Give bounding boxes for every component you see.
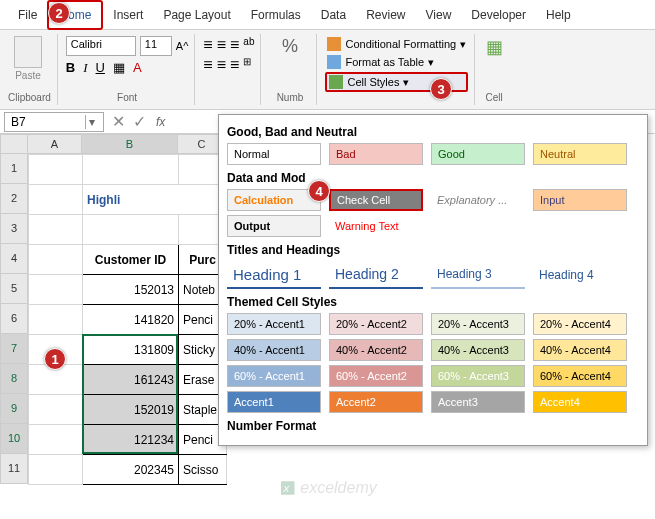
style-accent4[interactable]: Accent4 bbox=[533, 391, 627, 413]
style-bad[interactable]: Bad bbox=[329, 143, 423, 165]
gallery-section-title: Themed Cell Styles bbox=[227, 295, 639, 309]
align-top-icon[interactable]: ≡ bbox=[203, 36, 212, 54]
style-heading1[interactable]: Heading 1 bbox=[227, 261, 321, 289]
tab-data[interactable]: Data bbox=[311, 2, 356, 28]
style-40-accent1[interactable]: 40% - Accent1 bbox=[227, 339, 321, 361]
name-box-dropdown-icon[interactable]: ▾ bbox=[85, 115, 97, 129]
row-header[interactable]: 9 bbox=[0, 394, 28, 424]
style-20-accent2[interactable]: 20% - Accent2 bbox=[329, 313, 423, 335]
ribbon-tabs: File Home Insert Page Layout Formulas Da… bbox=[0, 0, 655, 30]
style-heading3[interactable]: Heading 3 bbox=[431, 261, 525, 289]
style-20-accent3[interactable]: 20% - Accent3 bbox=[431, 313, 525, 335]
style-output[interactable]: Output bbox=[227, 215, 321, 237]
style-normal[interactable]: Normal bbox=[227, 143, 321, 165]
wrap-text-icon[interactable]: ab bbox=[243, 36, 254, 54]
style-20-accent4[interactable]: 20% - Accent4 bbox=[533, 313, 627, 335]
group-cells: ▦ Cell bbox=[481, 34, 511, 105]
tab-insert[interactable]: Insert bbox=[103, 2, 153, 28]
style-input[interactable]: Input bbox=[533, 189, 627, 211]
chevron-down-icon: ▾ bbox=[428, 56, 434, 69]
tab-help[interactable]: Help bbox=[536, 2, 581, 28]
row-header[interactable]: 4 bbox=[0, 244, 28, 274]
style-check-cell[interactable]: Check Cell bbox=[329, 189, 423, 211]
style-neutral[interactable]: Neutral bbox=[533, 143, 627, 165]
cells[interactable]: Highli Customer IDPurc 152013Noteb 14182… bbox=[28, 154, 227, 485]
data-cell[interactable]: Scisso bbox=[179, 455, 227, 485]
align-center-icon[interactable]: ≡ bbox=[217, 56, 226, 74]
data-cell[interactable]: 152013 bbox=[83, 275, 179, 305]
conditional-formatting-button[interactable]: Conditional Formatting▾ bbox=[325, 36, 468, 52]
data-cell[interactable]: 202345 bbox=[83, 455, 179, 485]
header-customer-id[interactable]: Customer ID bbox=[83, 245, 179, 275]
number-label: Numb bbox=[277, 92, 304, 103]
data-cell[interactable]: 152019 bbox=[83, 395, 179, 425]
style-40-accent4[interactable]: 40% - Accent4 bbox=[533, 339, 627, 361]
cells-label: Cell bbox=[486, 92, 503, 103]
row-header[interactable]: 7 bbox=[0, 334, 28, 364]
data-cell[interactable]: 131809 bbox=[83, 335, 179, 365]
align-bottom-icon[interactable]: ≡ bbox=[230, 36, 239, 54]
bold-button[interactable]: B bbox=[66, 60, 75, 76]
align-middle-icon[interactable]: ≡ bbox=[217, 36, 226, 54]
row-header[interactable]: 8 bbox=[0, 364, 28, 394]
style-60-accent3[interactable]: 60% - Accent3 bbox=[431, 365, 525, 387]
row-header[interactable]: 6 bbox=[0, 304, 28, 334]
style-accent3[interactable]: Accent3 bbox=[431, 391, 525, 413]
underline-button[interactable]: U bbox=[96, 60, 105, 76]
select-all-corner[interactable] bbox=[0, 134, 28, 154]
cells-icon[interactable]: ▦ bbox=[486, 36, 503, 58]
callout-1: 1 bbox=[44, 348, 66, 370]
style-40-accent2[interactable]: 40% - Accent2 bbox=[329, 339, 423, 361]
paste-button[interactable]: Paste bbox=[8, 36, 48, 81]
font-name-select[interactable]: Calibri bbox=[66, 36, 136, 56]
tab-developer[interactable]: Developer bbox=[461, 2, 536, 28]
fx-icon[interactable]: fx bbox=[156, 115, 165, 129]
style-accent2[interactable]: Accent2 bbox=[329, 391, 423, 413]
style-calculation[interactable]: Calculation bbox=[227, 189, 321, 211]
row-header[interactable]: 1 bbox=[0, 154, 28, 184]
group-styles: Conditional Formatting▾ Format as Table▾… bbox=[323, 34, 475, 105]
tab-formulas[interactable]: Formulas bbox=[241, 2, 311, 28]
align-left-icon[interactable]: ≡ bbox=[203, 56, 212, 74]
style-heading4[interactable]: Heading 4 bbox=[533, 261, 627, 289]
style-accent1[interactable]: Accent1 bbox=[227, 391, 321, 413]
tab-file[interactable]: File bbox=[8, 2, 47, 28]
percent-icon[interactable]: % bbox=[282, 36, 298, 57]
col-header-a[interactable]: A bbox=[28, 134, 82, 154]
style-heading2[interactable]: Heading 2 bbox=[329, 261, 423, 289]
callout-3: 3 bbox=[430, 78, 452, 100]
style-60-accent1[interactable]: 60% - Accent1 bbox=[227, 365, 321, 387]
font-size-select[interactable]: 11 bbox=[140, 36, 172, 56]
row-header[interactable]: 2 bbox=[0, 184, 28, 214]
style-60-accent4[interactable]: 60% - Accent4 bbox=[533, 365, 627, 387]
group-number: % Numb bbox=[267, 34, 317, 105]
style-20-accent1[interactable]: 20% - Accent1 bbox=[227, 313, 321, 335]
merge-icon[interactable]: ⊞ bbox=[243, 56, 251, 74]
cancel-icon[interactable]: ✕ bbox=[112, 112, 125, 131]
data-cell[interactable]: 161243 bbox=[83, 365, 179, 395]
title-cell[interactable]: Highli bbox=[83, 185, 227, 215]
style-explanatory[interactable]: Explanatory ... bbox=[431, 189, 525, 211]
align-right-icon[interactable]: ≡ bbox=[230, 56, 239, 74]
style-40-accent3[interactable]: 40% - Accent3 bbox=[431, 339, 525, 361]
style-good[interactable]: Good bbox=[431, 143, 525, 165]
data-cell[interactable]: 141820 bbox=[83, 305, 179, 335]
row-header[interactable]: 3 bbox=[0, 214, 28, 244]
row-header[interactable]: 5 bbox=[0, 274, 28, 304]
style-warning-text[interactable]: Warning Text bbox=[329, 215, 423, 237]
col-header-b[interactable]: B bbox=[82, 134, 178, 154]
tab-review[interactable]: Review bbox=[356, 2, 415, 28]
style-60-accent2[interactable]: 60% - Accent2 bbox=[329, 365, 423, 387]
tab-page-layout[interactable]: Page Layout bbox=[153, 2, 240, 28]
font-color-button[interactable]: A bbox=[133, 60, 142, 76]
enter-icon[interactable]: ✓ bbox=[133, 112, 146, 131]
row-header[interactable]: 11 bbox=[0, 454, 28, 484]
data-cell[interactable]: 121234 bbox=[83, 425, 179, 455]
increase-font-icon[interactable]: A^ bbox=[176, 40, 189, 52]
row-header[interactable]: 10 bbox=[0, 424, 28, 454]
name-box[interactable]: B7 ▾ bbox=[4, 112, 104, 132]
tab-view[interactable]: View bbox=[416, 2, 462, 28]
italic-button[interactable]: I bbox=[83, 60, 87, 76]
format-as-table-button[interactable]: Format as Table▾ bbox=[325, 54, 468, 70]
border-button[interactable]: ▦ bbox=[113, 60, 125, 76]
